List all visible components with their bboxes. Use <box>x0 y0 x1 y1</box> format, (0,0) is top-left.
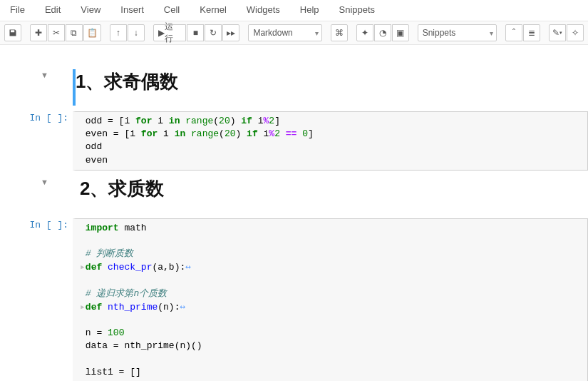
copy-button[interactable]: ⧉ <box>66 24 83 41</box>
code-editor[interactable]: odd = [i for i in range(20) if i%2] even… <box>80 115 583 167</box>
menu-bar: FileEditViewInsertCellKernelWidgetsHelpS… <box>0 0 588 21</box>
menu-cell[interactable]: Cell <box>154 1 190 18</box>
save-button[interactable] <box>4 24 21 41</box>
run-button[interactable]: ▶ 运行 <box>153 24 187 41</box>
pin-button[interactable]: ✧ <box>567 24 584 41</box>
collapse-toggle-icon[interactable]: ▼ <box>41 178 48 186</box>
markdown-heading: 1、求奇偶数 <box>76 69 584 94</box>
marker-button[interactable]: ✎▾ <box>549 24 566 41</box>
prompt-area: ▼ <box>0 176 73 213</box>
interrupt-button[interactable]: ■ <box>187 24 204 41</box>
restart-button[interactable]: ↻ <box>205 24 222 41</box>
code-editor[interactable]: import math # 判断质数 ▸def check_pr(a,b):↔ … <box>80 222 583 381</box>
heading-up-button[interactable]: ˆ <box>505 24 522 41</box>
in-prompt: In [ ]: <box>29 220 68 230</box>
input-area[interactable]: odd = [i for i in range(20) if i%2] even… <box>73 111 588 171</box>
menu-edit[interactable]: Edit <box>35 1 71 18</box>
markdown-cell[interactable]: ▼1、求奇偶数 <box>0 66 588 108</box>
prompt-area: In [ ]: <box>0 218 73 381</box>
code-cell[interactable]: In [ ]: import math # 判断质数 ▸def check_pr… <box>0 215 588 381</box>
menu-kernel[interactable]: Kernel <box>190 1 237 18</box>
menu-file[interactable]: File <box>0 1 35 18</box>
collapse-toggle-icon[interactable]: ▼ <box>41 71 48 79</box>
in-prompt: In [ ]: <box>29 113 68 123</box>
toc-button[interactable]: ≣ <box>523 24 540 41</box>
menu-insert[interactable]: Insert <box>110 1 154 18</box>
command-palette-button[interactable]: ⌘ <box>331 24 348 41</box>
move-up-button[interactable]: ↑ <box>110 24 127 41</box>
paste-button[interactable]: 📋 <box>83 24 101 41</box>
menu-snippets[interactable]: Snippets <box>329 1 386 18</box>
prompt-area: ▼ <box>0 69 73 106</box>
snippets-select[interactable]: Snippets <box>418 24 497 41</box>
notebook-container: ▼1、求奇偶数In [ ]: odd = [i for i in range(2… <box>0 45 588 381</box>
book-button[interactable]: ▣ <box>392 24 409 41</box>
input-area[interactable]: 2、求质数 <box>73 176 588 213</box>
run-all-button[interactable]: ▸▸ <box>222 24 239 41</box>
cut-button[interactable]: ✂ <box>48 24 65 41</box>
toolbar: ✚ ✂ ⧉ 📋 ↑ ↓ ▶ 运行 ■ ↻ ▸▸ Markdown ⌘ ✦ ◔ ▣… <box>0 21 588 45</box>
add-cell-button[interactable]: ✚ <box>30 24 47 41</box>
menu-view[interactable]: View <box>71 1 110 18</box>
input-area[interactable]: import math # 判断质数 ▸def check_pr(a,b):↔ … <box>73 218 588 381</box>
prompt-area: In [ ]: <box>0 111 73 171</box>
input-area[interactable]: 1、求奇偶数 <box>73 69 588 106</box>
code-cell[interactable]: In [ ]: odd = [i for i in range(20) if i… <box>0 108 588 173</box>
markdown-cell[interactable]: ▼2、求质数 <box>0 173 588 215</box>
variable-inspector-button[interactable]: ✦ <box>356 24 373 41</box>
celltype-select[interactable]: Markdown <box>248 24 321 41</box>
menu-help[interactable]: Help <box>290 1 329 18</box>
markdown-heading: 2、求质数 <box>80 176 584 201</box>
menu-widgets[interactable]: Widgets <box>237 1 290 18</box>
clock-button[interactable]: ◔ <box>374 24 391 41</box>
move-down-button[interactable]: ↓ <box>128 24 145 41</box>
